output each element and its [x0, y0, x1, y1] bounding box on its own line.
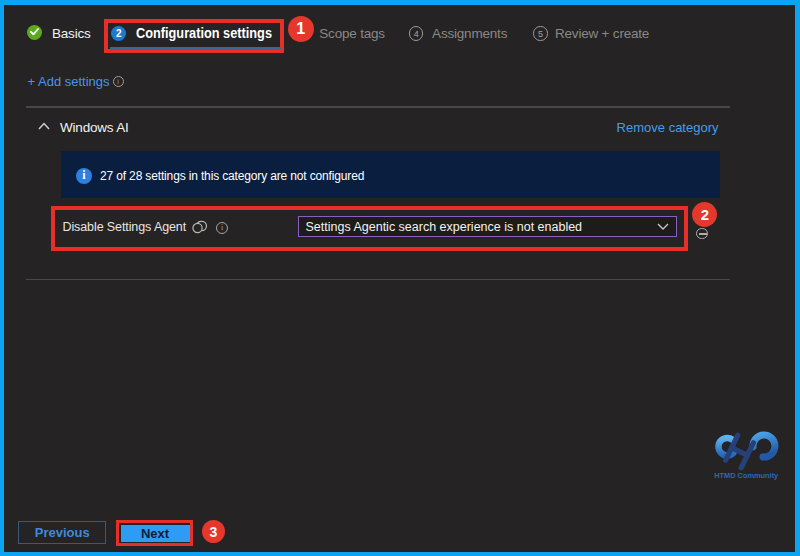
svg-text:HTMD Community: HTMD Community: [714, 471, 779, 480]
